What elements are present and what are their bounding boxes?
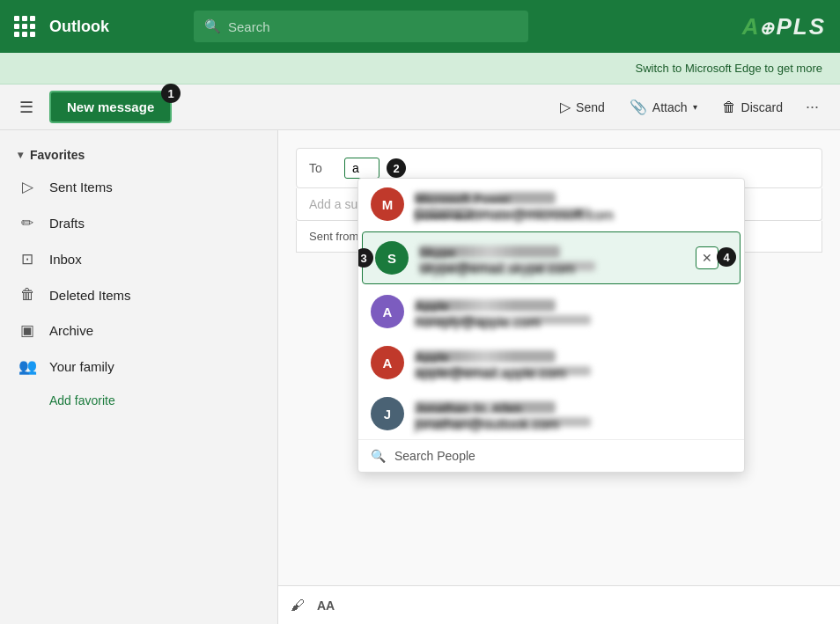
app-title: Outlook [49,18,109,36]
contact-info-3: Apple noreply@apple.com [415,299,732,325]
appuals-logo: A⊕PLS [742,12,826,40]
discard-button[interactable]: 🗑 Discard [713,94,792,121]
contact-item-4[interactable]: A Apple apple@email.apple.com [358,337,744,388]
add-favorite-link[interactable]: Add favorite [0,385,277,416]
sidebar-item-deleted-items[interactable]: 🗑 Deleted Items [0,277,277,312]
contact-item-2[interactable]: 3 S Skype skype@email.skype.com ✕ 4 [362,231,741,284]
search-people-icon: 🔍 [371,449,386,463]
compose-bottom-bar: 🖌 AA [278,585,840,624]
inbox-label: Inbox [49,252,82,267]
contact-email-4: apple@email.apple.com [415,366,591,376]
format-brush-icon[interactable]: 🖌 [291,598,305,613]
to-label: To [309,161,335,175]
contact-email-3: noreply@apple.com [415,315,591,325]
avatar-4: A [371,346,404,379]
contact-info-4: Apple apple@email.apple.com [415,350,732,376]
compose-area: To 2 Add a subject Sent from M Microsoft… [278,130,840,624]
banner-text: Switch to Microsoft Edge to get more [636,62,822,75]
archive-icon: ▣ [18,321,37,340]
sidebar-item-archive[interactable]: ▣ Archive [0,312,277,349]
archive-label: Archive [49,323,93,338]
sidebar-item-your-family[interactable]: 👥 Your family [0,349,277,385]
contact-email-2: skype@email.skype.com [419,261,595,271]
menu-icon[interactable]: ☰ [14,92,39,122]
contact-name-3: Apple [415,299,556,312]
to-input-wrapper: 2 [344,158,406,179]
avatar-3: A [371,295,404,328]
attach-chevron-icon: ▾ [693,102,697,112]
drafts-icon: ✏ [18,214,37,232]
send-icon: ▷ [560,99,571,115]
text-format-icon[interactable]: AA [317,598,335,613]
your-family-label: Your family [49,359,114,374]
contact-info-5: Jonathan St. Allen jonathan@outlook.com [415,401,732,427]
avatar-1: M [371,187,404,221]
search-people-label: Search People [394,449,475,463]
sent-items-icon: ▷ [18,178,37,196]
sidebar-item-inbox[interactable]: ⊡ Inbox [0,241,277,277]
chevron-down-icon: ▾ [18,149,23,161]
deleted-items-label: Deleted Items [49,288,131,303]
contact-email-1: powerautomate@microsoft.com [415,208,591,217]
new-message-label: New message [67,99,154,114]
contact-info-2: Skype skype@email.skype.com [419,246,717,271]
new-message-button[interactable]: New message 1 [49,91,172,123]
deleted-items-icon: 🗑 [18,286,37,304]
search-input[interactable] [228,19,518,34]
sidebar-item-sent-items[interactable]: ▷ Sent Items [0,169,277,205]
contact-item-1[interactable]: M Microsoft Power Automate powerautomate… [358,179,744,230]
contact-name-4: Apple [415,350,556,363]
main-content: ▾ Favorites ▷ Sent Items ✏ Drafts ⊡ Inbo… [0,130,840,624]
search-icon: 🔍 [204,18,221,34]
contact-name-5: Jonathan St. Allen [415,401,556,414]
add-favorite-label: Add favorite [49,393,115,407]
avatar-2: S [375,241,409,275]
discard-icon: 🗑 [722,99,736,115]
sent-from-label: Sent from [309,230,358,243]
edge-banner: Switch to Microsoft Edge to get more [0,53,840,84]
discard-label: Discard [741,100,783,114]
header: Outlook 🔍 A⊕PLS [0,0,840,53]
attach-button[interactable]: 📎 Attach ▾ [621,93,706,121]
more-options-button[interactable]: ··· [799,94,826,120]
send-label: Send [576,100,605,114]
attach-icon: 📎 [630,99,647,115]
search-people-item[interactable]: 🔍 Search People [358,439,744,472]
send-button[interactable]: ▷ Send [551,93,614,121]
contact-info-1: Microsoft Power Automate powerautomate@m… [415,192,732,217]
main-toolbar: ☰ New message 1 ▷ Send 📎 Attach ▾ 🗑 Disc… [0,84,840,130]
step-1-badge: 1 [161,84,181,103]
contact-item-5[interactable]: J Jonathan St. Allen jonathan@outlook.co… [358,388,744,439]
remove-contact-button[interactable]: ✕ [696,246,718,269]
favorites-label: Favorites [30,148,85,162]
your-family-icon: 👥 [18,357,37,376]
drafts-label: Drafts [49,216,85,231]
step-2-badge: 2 [387,158,406,178]
attach-label: Attach [652,100,688,114]
step-4-badge: 4 [717,247,736,267]
app-grid-icon[interactable] [14,16,35,37]
step-3-badge: 3 [357,248,373,268]
contact-name-1: Microsoft Power Automate [415,192,556,204]
avatar-5: J [371,397,404,430]
search-bar[interactable]: 🔍 [194,11,528,42]
sent-items-label: Sent Items [49,180,113,195]
to-input[interactable] [344,158,379,179]
sidebar: ▾ Favorites ▷ Sent Items ✏ Drafts ⊡ Inbo… [0,130,278,624]
contact-item-3[interactable]: A Apple noreply@apple.com [358,286,744,337]
favorites-header[interactable]: ▾ Favorites [0,141,277,169]
contacts-dropdown: M Microsoft Power Automate powerautomate… [357,178,745,473]
contact-email-5: jonathan@outlook.com [415,417,591,427]
sidebar-item-drafts[interactable]: ✏ Drafts [0,205,277,241]
contact-name-2: Skype [419,246,560,258]
inbox-icon: ⊡ [18,250,37,268]
